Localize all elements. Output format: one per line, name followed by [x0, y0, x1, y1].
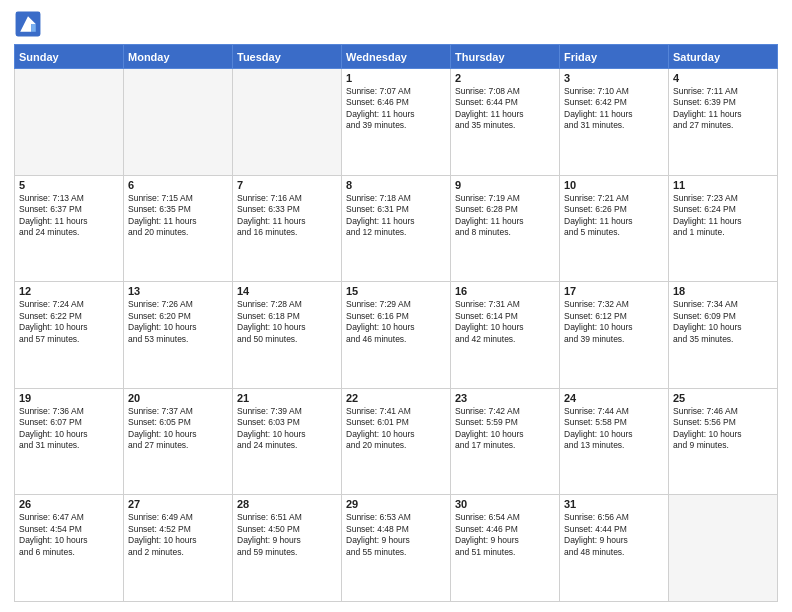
day-info: Sunrise: 7:32 AM Sunset: 6:12 PM Dayligh… — [564, 299, 664, 345]
day-info: Sunrise: 7:37 AM Sunset: 6:05 PM Dayligh… — [128, 406, 228, 452]
day-info: Sunrise: 7:24 AM Sunset: 6:22 PM Dayligh… — [19, 299, 119, 345]
calendar-cell: 18Sunrise: 7:34 AM Sunset: 6:09 PM Dayli… — [669, 282, 778, 389]
day-info: Sunrise: 7:10 AM Sunset: 6:42 PM Dayligh… — [564, 86, 664, 132]
calendar-cell: 9Sunrise: 7:19 AM Sunset: 6:28 PM Daylig… — [451, 175, 560, 282]
calendar-cell: 7Sunrise: 7:16 AM Sunset: 6:33 PM Daylig… — [233, 175, 342, 282]
calendar-cell: 27Sunrise: 6:49 AM Sunset: 4:52 PM Dayli… — [124, 495, 233, 602]
day-number: 31 — [564, 498, 664, 510]
day-info: Sunrise: 7:23 AM Sunset: 6:24 PM Dayligh… — [673, 193, 773, 239]
day-number: 28 — [237, 498, 337, 510]
calendar-cell — [124, 69, 233, 176]
day-number: 8 — [346, 179, 446, 191]
day-number: 7 — [237, 179, 337, 191]
calendar-week-1: 1Sunrise: 7:07 AM Sunset: 6:46 PM Daylig… — [15, 69, 778, 176]
day-info: Sunrise: 7:19 AM Sunset: 6:28 PM Dayligh… — [455, 193, 555, 239]
page: SundayMondayTuesdayWednesdayThursdayFrid… — [0, 0, 792, 612]
day-info: Sunrise: 7:07 AM Sunset: 6:46 PM Dayligh… — [346, 86, 446, 132]
day-number: 30 — [455, 498, 555, 510]
calendar-header-row: SundayMondayTuesdayWednesdayThursdayFrid… — [15, 45, 778, 69]
logo-icon — [14, 10, 42, 38]
day-info: Sunrise: 7:28 AM Sunset: 6:18 PM Dayligh… — [237, 299, 337, 345]
calendar-cell: 24Sunrise: 7:44 AM Sunset: 5:58 PM Dayli… — [560, 388, 669, 495]
calendar-cell — [233, 69, 342, 176]
calendar-week-4: 19Sunrise: 7:36 AM Sunset: 6:07 PM Dayli… — [15, 388, 778, 495]
day-number: 27 — [128, 498, 228, 510]
day-number: 13 — [128, 285, 228, 297]
weekday-header-monday: Monday — [124, 45, 233, 69]
calendar-cell: 28Sunrise: 6:51 AM Sunset: 4:50 PM Dayli… — [233, 495, 342, 602]
top-area — [14, 10, 778, 38]
day-info: Sunrise: 7:29 AM Sunset: 6:16 PM Dayligh… — [346, 299, 446, 345]
calendar-cell: 22Sunrise: 7:41 AM Sunset: 6:01 PM Dayli… — [342, 388, 451, 495]
day-info: Sunrise: 7:34 AM Sunset: 6:09 PM Dayligh… — [673, 299, 773, 345]
day-info: Sunrise: 7:39 AM Sunset: 6:03 PM Dayligh… — [237, 406, 337, 452]
day-info: Sunrise: 7:15 AM Sunset: 6:35 PM Dayligh… — [128, 193, 228, 239]
day-info: Sunrise: 6:54 AM Sunset: 4:46 PM Dayligh… — [455, 512, 555, 558]
day-info: Sunrise: 7:11 AM Sunset: 6:39 PM Dayligh… — [673, 86, 773, 132]
weekday-header-sunday: Sunday — [15, 45, 124, 69]
calendar-cell: 11Sunrise: 7:23 AM Sunset: 6:24 PM Dayli… — [669, 175, 778, 282]
calendar-cell: 3Sunrise: 7:10 AM Sunset: 6:42 PM Daylig… — [560, 69, 669, 176]
calendar-cell: 31Sunrise: 6:56 AM Sunset: 4:44 PM Dayli… — [560, 495, 669, 602]
svg-marker-2 — [31, 24, 36, 32]
day-info: Sunrise: 7:46 AM Sunset: 5:56 PM Dayligh… — [673, 406, 773, 452]
day-info: Sunrise: 7:44 AM Sunset: 5:58 PM Dayligh… — [564, 406, 664, 452]
day-number: 17 — [564, 285, 664, 297]
calendar-cell: 6Sunrise: 7:15 AM Sunset: 6:35 PM Daylig… — [124, 175, 233, 282]
calendar-cell: 20Sunrise: 7:37 AM Sunset: 6:05 PM Dayli… — [124, 388, 233, 495]
calendar-cell: 10Sunrise: 7:21 AM Sunset: 6:26 PM Dayli… — [560, 175, 669, 282]
day-number: 2 — [455, 72, 555, 84]
day-info: Sunrise: 7:18 AM Sunset: 6:31 PM Dayligh… — [346, 193, 446, 239]
calendar-cell: 8Sunrise: 7:18 AM Sunset: 6:31 PM Daylig… — [342, 175, 451, 282]
calendar-cell: 19Sunrise: 7:36 AM Sunset: 6:07 PM Dayli… — [15, 388, 124, 495]
day-info: Sunrise: 6:49 AM Sunset: 4:52 PM Dayligh… — [128, 512, 228, 558]
logo — [14, 10, 46, 38]
day-info: Sunrise: 7:13 AM Sunset: 6:37 PM Dayligh… — [19, 193, 119, 239]
calendar-week-2: 5Sunrise: 7:13 AM Sunset: 6:37 PM Daylig… — [15, 175, 778, 282]
day-number: 29 — [346, 498, 446, 510]
day-info: Sunrise: 7:36 AM Sunset: 6:07 PM Dayligh… — [19, 406, 119, 452]
day-number: 1 — [346, 72, 446, 84]
calendar-cell: 1Sunrise: 7:07 AM Sunset: 6:46 PM Daylig… — [342, 69, 451, 176]
day-number: 18 — [673, 285, 773, 297]
calendar-cell: 13Sunrise: 7:26 AM Sunset: 6:20 PM Dayli… — [124, 282, 233, 389]
weekday-header-wednesday: Wednesday — [342, 45, 451, 69]
day-number: 6 — [128, 179, 228, 191]
weekday-header-thursday: Thursday — [451, 45, 560, 69]
calendar-cell: 17Sunrise: 7:32 AM Sunset: 6:12 PM Dayli… — [560, 282, 669, 389]
day-number: 12 — [19, 285, 119, 297]
day-number: 16 — [455, 285, 555, 297]
day-number: 26 — [19, 498, 119, 510]
day-number: 24 — [564, 392, 664, 404]
day-number: 14 — [237, 285, 337, 297]
day-info: Sunrise: 7:26 AM Sunset: 6:20 PM Dayligh… — [128, 299, 228, 345]
day-number: 4 — [673, 72, 773, 84]
weekday-header-saturday: Saturday — [669, 45, 778, 69]
day-info: Sunrise: 7:31 AM Sunset: 6:14 PM Dayligh… — [455, 299, 555, 345]
day-info: Sunrise: 7:21 AM Sunset: 6:26 PM Dayligh… — [564, 193, 664, 239]
calendar-cell: 30Sunrise: 6:54 AM Sunset: 4:46 PM Dayli… — [451, 495, 560, 602]
calendar-cell — [15, 69, 124, 176]
day-number: 3 — [564, 72, 664, 84]
day-number: 9 — [455, 179, 555, 191]
calendar-table: SundayMondayTuesdayWednesdayThursdayFrid… — [14, 44, 778, 602]
calendar-cell: 25Sunrise: 7:46 AM Sunset: 5:56 PM Dayli… — [669, 388, 778, 495]
day-number: 23 — [455, 392, 555, 404]
day-info: Sunrise: 6:47 AM Sunset: 4:54 PM Dayligh… — [19, 512, 119, 558]
day-number: 5 — [19, 179, 119, 191]
day-info: Sunrise: 7:41 AM Sunset: 6:01 PM Dayligh… — [346, 406, 446, 452]
day-info: Sunrise: 7:08 AM Sunset: 6:44 PM Dayligh… — [455, 86, 555, 132]
day-number: 22 — [346, 392, 446, 404]
day-number: 20 — [128, 392, 228, 404]
calendar-cell: 29Sunrise: 6:53 AM Sunset: 4:48 PM Dayli… — [342, 495, 451, 602]
calendar-cell: 15Sunrise: 7:29 AM Sunset: 6:16 PM Dayli… — [342, 282, 451, 389]
day-number: 10 — [564, 179, 664, 191]
calendar-cell: 16Sunrise: 7:31 AM Sunset: 6:14 PM Dayli… — [451, 282, 560, 389]
day-number: 21 — [237, 392, 337, 404]
calendar-week-5: 26Sunrise: 6:47 AM Sunset: 4:54 PM Dayli… — [15, 495, 778, 602]
calendar-week-3: 12Sunrise: 7:24 AM Sunset: 6:22 PM Dayli… — [15, 282, 778, 389]
day-info: Sunrise: 6:53 AM Sunset: 4:48 PM Dayligh… — [346, 512, 446, 558]
calendar-cell: 5Sunrise: 7:13 AM Sunset: 6:37 PM Daylig… — [15, 175, 124, 282]
day-info: Sunrise: 7:16 AM Sunset: 6:33 PM Dayligh… — [237, 193, 337, 239]
calendar-cell: 12Sunrise: 7:24 AM Sunset: 6:22 PM Dayli… — [15, 282, 124, 389]
